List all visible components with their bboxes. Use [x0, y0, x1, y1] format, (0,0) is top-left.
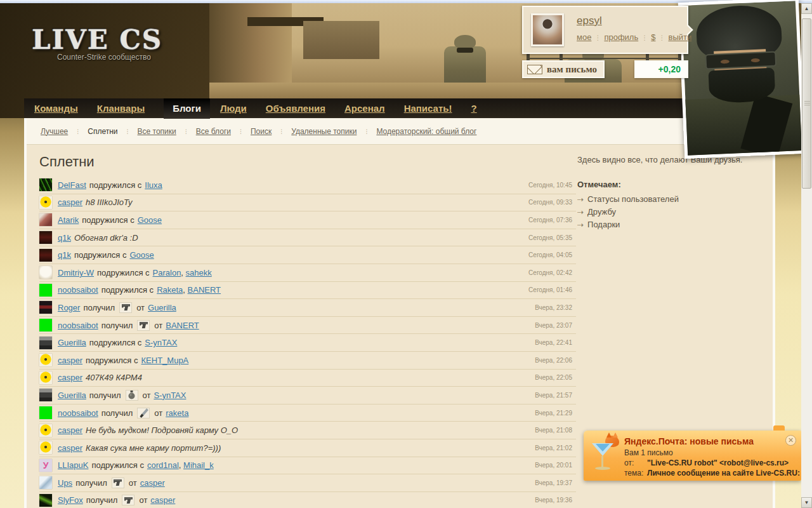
- user-avatar-Guerilla[interactable]: [39, 337, 52, 349]
- friend-link[interactable]: Iluxa: [145, 180, 162, 190]
- friend-link[interactable]: BANERT: [188, 285, 221, 295]
- gift-pistol-icon: [122, 495, 134, 505]
- friend-link[interactable]: cord1nal: [147, 460, 179, 470]
- nav-item-Команды[interactable]: Команды: [34, 103, 78, 114]
- username-link[interactable]: q1k: [58, 250, 71, 260]
- subnav-item[interactable]: Все топики: [138, 127, 176, 136]
- friend-link[interactable]: sahekk: [186, 268, 212, 277]
- user-avatar-casper[interactable]: [39, 371, 52, 384]
- user-avatar-casper[interactable]: [39, 424, 52, 437]
- nav-item-Кланвары[interactable]: Кланвары: [97, 103, 145, 114]
- user-avatar[interactable]: [531, 13, 564, 46]
- username-link[interactable]: Atarik: [58, 215, 79, 225]
- username-link[interactable]: Guerilla: [58, 391, 86, 400]
- friend-link[interactable]: raketa: [166, 408, 188, 418]
- subnav-item[interactable]: Удаленные топики: [291, 127, 357, 136]
- timestamp: Вчера, 22:06: [535, 357, 576, 364]
- username-link[interactable]: casper: [58, 197, 82, 207]
- username-link[interactable]: Guerilla: [58, 338, 86, 347]
- sidebar-item-label: Статусы пользователей: [587, 194, 679, 204]
- subnav-item[interactable]: Модераторский: общий блог: [376, 127, 476, 136]
- action-text: подружился с: [86, 356, 138, 365]
- nav-item-Арсенал[interactable]: Арсенал: [344, 103, 385, 114]
- friend-link[interactable]: Raketa: [157, 285, 183, 295]
- subnav-item[interactable]: Все блоги: [196, 127, 231, 136]
- user-avatar-noobsaibot[interactable]: [39, 284, 52, 297]
- timestamp: Вчера, 20:01: [535, 462, 576, 469]
- activity-row: q1kподружился сGooseСегодня, 04:05: [39, 246, 576, 264]
- nav-item-Блоги[interactable]: Блоги: [164, 98, 210, 119]
- friend-link[interactable]: Goose: [138, 215, 162, 225]
- friend-link[interactable]: Goose: [129, 250, 154, 260]
- username-link[interactable]: q1k: [58, 233, 71, 243]
- user-link-профиль[interactable]: профиль: [604, 32, 638, 42]
- friend-link[interactable]: Paralon: [153, 268, 181, 277]
- username-link[interactable]: casper: [58, 373, 82, 382]
- username-link[interactable]: DelFast: [58, 180, 86, 190]
- nav-item-Написать![interactable]: Написать!: [404, 103, 452, 114]
- scroll-down-button[interactable]: ▼: [801, 497, 812, 508]
- yandex-mail-popup: ✕ Яндекс.Почта: новые письма Вам 1 письм…: [584, 431, 801, 481]
- subnav-item[interactable]: Лучшее: [41, 127, 68, 136]
- scroll-up-button[interactable]: ▲: [801, 3, 812, 14]
- user-avatar-casper[interactable]: [39, 441, 52, 454]
- nav-item-Люди[interactable]: Люди: [220, 103, 247, 114]
- friend-link[interactable]: S-ynTAX: [154, 391, 186, 400]
- user-avatar-Ups[interactable]: [39, 476, 52, 489]
- friend-link[interactable]: BANERT: [166, 321, 199, 330]
- username-link[interactable]: Roger: [58, 303, 80, 312]
- username-link[interactable]: noobsaibot: [58, 285, 98, 295]
- activity-row: noobsaibotполучилотraketaВчера, 21:29: [39, 404, 576, 422]
- username-link[interactable]: SlyFox: [58, 495, 83, 505]
- user-avatar-noobsaibot[interactable]: [39, 319, 52, 331]
- subnav-item[interactable]: Поиск: [251, 127, 272, 136]
- user-link-выйти[interactable]: выйти: [668, 32, 691, 42]
- user-link-мое[interactable]: мое: [577, 32, 591, 42]
- user-link-$[interactable]: $: [651, 32, 655, 42]
- user-avatar-SlyFox[interactable]: [39, 494, 52, 507]
- popup-close-icon[interactable]: ✕: [785, 435, 796, 446]
- activity-row: noobsaibotполучилотBANERTВчера, 23:07: [39, 317, 576, 335]
- user-avatar-Roger[interactable]: [39, 301, 52, 314]
- friend-link[interactable]: S-ynTAX: [145, 338, 177, 347]
- user-avatar-casper[interactable]: [39, 354, 52, 366]
- nav-item-?[interactable]: ?: [471, 103, 477, 114]
- friend-link[interactable]: casper: [140, 478, 165, 488]
- username-link[interactable]: Dmitriy-W: [58, 268, 94, 277]
- action-text: подружился с: [97, 268, 150, 277]
- scrollbar-thumb[interactable]: [802, 18, 811, 189]
- comma: ,: [183, 285, 187, 295]
- friend-link[interactable]: casper: [150, 495, 175, 505]
- nav-item-Объявления[interactable]: Объявления: [266, 103, 325, 114]
- action-text: получил: [102, 408, 133, 418]
- username-link[interactable]: noobsaibot: [58, 321, 98, 330]
- action-text: подружился с: [102, 285, 154, 295]
- site-logo[interactable]: LIVE CS Counter-Strike сообщество: [32, 24, 197, 62]
- user-avatar-Guerilla[interactable]: [39, 389, 52, 401]
- user-avatar-noobsaibot[interactable]: [39, 406, 52, 419]
- sidebar-item-Дружбу[interactable]: ⇢Дружбу: [577, 207, 771, 217]
- username-link[interactable]: epsyl: [577, 15, 602, 27]
- username-link[interactable]: noobsaibot: [58, 408, 98, 418]
- user-avatar-LLIapuK[interactable]: У: [39, 459, 52, 472]
- user-avatar-q1k[interactable]: [39, 249, 52, 262]
- timestamp: Вчера, 23:32: [535, 304, 576, 311]
- activity-row: casperКакая сука мне карму портит?=)))Вч…: [39, 439, 576, 457]
- mail-notification-badge[interactable]: вам письмо: [522, 60, 605, 78]
- username-link[interactable]: Ups: [58, 478, 72, 488]
- user-avatar-Atarik[interactable]: [39, 213, 52, 226]
- friend-link[interactable]: КЕНТ_MupA: [141, 356, 189, 365]
- user-avatar-Dmitriy-W[interactable]: [39, 266, 52, 279]
- sidebar-item-Подарки[interactable]: ⇢Подарки: [577, 220, 771, 229]
- user-avatar-q1k[interactable]: [39, 231, 52, 244]
- sidebar-item-Статусы пользователей[interactable]: ⇢Статусы пользователей: [577, 194, 771, 204]
- user-avatar-casper[interactable]: [39, 196, 52, 209]
- username-link[interactable]: casper: [58, 356, 82, 365]
- username-link[interactable]: casper: [58, 425, 82, 435]
- friend-link[interactable]: Mihail_k: [183, 460, 214, 470]
- user-avatar-DelFast[interactable]: [39, 178, 52, 191]
- friend-link[interactable]: Guerilla: [148, 303, 176, 312]
- username-link[interactable]: casper: [58, 443, 82, 453]
- balance-box[interactable]: +0,20: [634, 60, 688, 78]
- username-link[interactable]: LLIapuK: [58, 460, 88, 470]
